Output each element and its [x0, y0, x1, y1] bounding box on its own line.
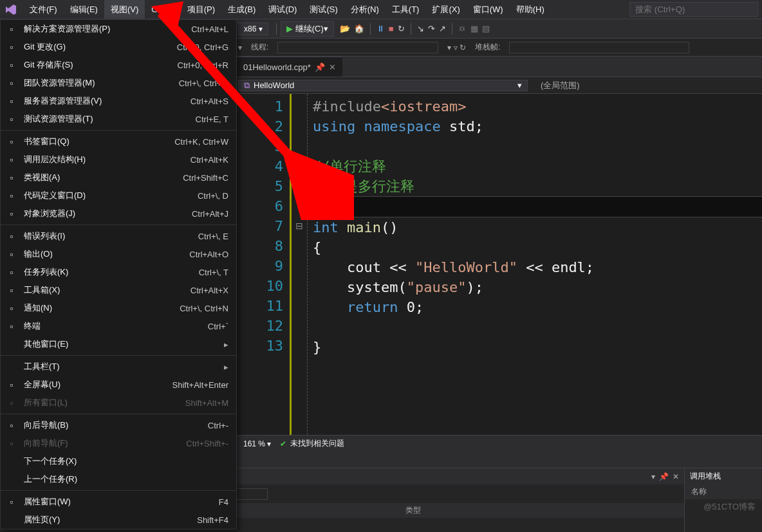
view-menu-wrench[interactable]: ▫属性窗口(W)F4 — [1, 493, 236, 511]
call-stack-panel: 调用堆栈 名称 — [685, 468, 762, 532]
menu-bar: 文件(F)编辑(E)视图(V)Git(G)项目(P)生成(B)调试(D)测试(S… — [0, 0, 762, 19]
menu-分析N[interactable]: 分析(N) — [344, 0, 386, 19]
step-over-icon[interactable]: ↷ — [428, 24, 435, 33]
hierarchy-icon: ▫ — [6, 154, 17, 165]
back-icon: ▫ — [6, 419, 17, 431]
tool-icon[interactable]: ▧ — [482, 24, 490, 33]
view-menu-工具栏(T)[interactable]: 工具栏(T)▸ — [1, 358, 236, 376]
view-menu-object[interactable]: ▫对象浏览器(J)Ctrl+Alt+J — [1, 205, 236, 223]
menu-扩展X[interactable]: 扩展(X) — [425, 0, 466, 19]
tool-icon[interactable]: ▦ — [470, 24, 478, 33]
menu-生成B[interactable]: 生成(B) — [221, 0, 262, 19]
forward-icon: ▫ — [6, 437, 17, 449]
status-ok-icon: ✔ — [280, 439, 286, 448]
pause-icon[interactable]: ⏸ — [376, 24, 385, 33]
task-icon: ▫ — [6, 266, 17, 278]
view-menu-上一个任务(R)[interactable]: 上一个任务(R) — [1, 470, 236, 488]
editor-tab[interactable]: 01Helloworld.cpp* 📌 ✕ — [237, 57, 342, 77]
view-menu-repo[interactable]: ▫Git 存储库(S)Ctrl+0, Ctrl+R — [1, 56, 236, 74]
pin-icon[interactable]: 📌 — [659, 472, 669, 481]
view-menu-class[interactable]: ▫类视图(A)Ctrl+Shift+C — [1, 169, 236, 187]
terminal-icon: ▫ — [6, 320, 17, 332]
menu-测试S[interactable]: 测试(S) — [303, 0, 344, 19]
call-stack-title: 调用堆栈 — [690, 471, 721, 482]
menu-视图V[interactable]: 视图(V) — [104, 0, 145, 19]
view-menu-solution[interactable]: ▫解决方案资源管理器(P)Ctrl+Alt+L — [1, 20, 236, 38]
bell-icon: ▫ — [6, 302, 17, 314]
solution-icon: ▫ — [6, 23, 17, 35]
view-menu-test[interactable]: ▫测试资源管理器(T)Ctrl+E, T — [1, 110, 236, 128]
view-menu-其他窗口(E)[interactable]: 其他窗口(E)▸ — [1, 335, 236, 353]
col-type: 类型 — [405, 505, 421, 516]
close-icon[interactable]: ✕ — [329, 62, 336, 72]
allwin-icon: ▫ — [6, 397, 17, 408]
close-icon[interactable]: ✕ — [673, 472, 679, 481]
view-menu-bookmark[interactable]: ▫书签窗口(Q)Ctrl+K, Ctrl+W — [1, 133, 236, 151]
output-icon: ▫ — [6, 248, 17, 260]
error-icon: ▫ — [6, 230, 17, 242]
pin-icon[interactable]: 📌 — [315, 62, 325, 72]
vs-logo-icon — [4, 3, 18, 17]
view-menu-allwin: ▫所有窗口(L)Shift+Alt+M — [1, 394, 236, 412]
view-menu-hierarchy[interactable]: ▫调用层次结构(H)Ctrl+Alt+K — [1, 151, 236, 169]
editor-area: 01Helloworld.cpp* 📌 ✕ ⧉ HelloWorld ▾ (全局… — [237, 57, 762, 452]
code-editor[interactable]: 12345678910111213 ⊟⊟ #include<iostream>u… — [237, 94, 762, 435]
fullscreen-icon: ▫ — [6, 379, 17, 390]
view-menu-fullscreen[interactable]: ▫全屏幕(U)Shift+Alt+Enter — [1, 376, 236, 394]
stackframe-label: 堆栈帧: — [475, 42, 500, 53]
view-menu-git[interactable]: ▫Git 更改(G)Ctrl+0, Ctrl+G — [1, 38, 236, 56]
editor-tab-bar: 01Helloworld.cpp* 📌 ✕ — [237, 57, 762, 77]
view-menu-error[interactable]: ▫错误列表(I)Ctrl+\, E — [1, 227, 236, 245]
col-name: 名称 — [691, 486, 707, 497]
view-menu-下一个任务(X)[interactable]: 下一个任务(X) — [1, 452, 236, 470]
codedef-icon: ▫ — [6, 190, 17, 201]
stop-icon[interactable]: ■ — [389, 24, 394, 33]
view-menu-bell[interactable]: ▫通知(N)Ctrl+\, Ctrl+N — [1, 299, 236, 317]
test-icon: ▫ — [6, 113, 17, 125]
menu-帮助H[interactable]: 帮助(H) — [510, 0, 551, 19]
menu-GitG[interactable]: Git(G) — [145, 1, 180, 18]
menu-文件F[interactable]: 文件(F) — [23, 0, 64, 19]
tool-icon[interactable]: ⛭ — [458, 24, 467, 33]
menu-编辑E[interactable]: 编辑(E) — [64, 0, 104, 19]
view-menu-back[interactable]: ▫向后导航(B)Ctrl+- — [1, 416, 236, 434]
view-menu-codedef[interactable]: ▫代码定义窗口(D)Ctrl+\, D — [1, 187, 236, 205]
view-menu-dropdown: ▫解决方案资源管理器(P)Ctrl+Alt+L▫Git 更改(G)Ctrl+0,… — [0, 19, 237, 529]
view-menu-terminal[interactable]: ▫终端Ctrl+` — [1, 317, 236, 335]
view-menu-output[interactable]: ▫输出(O)Ctrl+Alt+O — [1, 245, 236, 263]
team-icon: ▫ — [6, 77, 17, 89]
view-menu-属性页(Y)[interactable]: 属性页(Y)Shift+F4 — [1, 511, 236, 529]
zoom-level[interactable]: 161 % ▾ — [243, 439, 271, 448]
step-out-icon[interactable]: ↗ — [439, 24, 446, 33]
editor-status-bar: 161 % ▾ ✔ 未找到相关问题 — [237, 435, 762, 452]
view-menu-toolbox[interactable]: ▫工具箱(X)Ctrl+Alt+X — [1, 281, 236, 299]
server-icon: ▫ — [6, 95, 17, 107]
continue-button[interactable]: ▶继续(C) ▾ — [281, 21, 334, 37]
scope-project-select[interactable]: ⧉ HelloWorld ▾ — [238, 80, 528, 91]
scope-symbol-select[interactable]: (全局范围) — [529, 80, 591, 91]
menu-调试D[interactable]: 调试(D) — [262, 0, 303, 19]
watermark-text: @51CTO博客 — [703, 501, 756, 513]
toolbox-icon: ▫ — [6, 284, 17, 296]
step-into-icon[interactable]: ↘ — [417, 24, 424, 33]
platform-select[interactable]: x86 ▾ — [238, 23, 268, 35]
view-menu-task[interactable]: ▫任务列表(K)Ctrl+\, T — [1, 263, 236, 281]
open-icon[interactable]: 📂 — [340, 24, 350, 33]
view-menu-server[interactable]: ▫服务器资源管理器(V)Ctrl+Alt+S — [1, 92, 236, 110]
view-menu-team[interactable]: ▫团队资源管理器(M)Ctrl+\, Ctrl+M — [1, 74, 236, 92]
home-icon[interactable]: 🏠 — [354, 24, 364, 33]
issues-text: 未找到相关问题 — [290, 438, 344, 449]
global-search-input[interactable] — [629, 2, 758, 17]
thread-label: 线程: — [251, 42, 268, 53]
scope-bar: ⧉ HelloWorld ▾ (全局范围) — [237, 77, 762, 94]
restart-icon[interactable]: ↻ — [398, 24, 405, 33]
dropdown-icon[interactable]: ▾ — [651, 472, 655, 481]
repo-icon: ▫ — [6, 59, 17, 71]
menu-窗口W[interactable]: 窗口(W) — [467, 0, 510, 19]
object-icon: ▫ — [6, 208, 17, 219]
menu-项目P[interactable]: 项目(P) — [181, 0, 221, 19]
git-icon: ▫ — [6, 41, 17, 53]
menu-工具T[interactable]: 工具(T) — [386, 0, 426, 19]
class-icon: ▫ — [6, 172, 17, 183]
bookmark-icon: ▫ — [6, 136, 17, 147]
